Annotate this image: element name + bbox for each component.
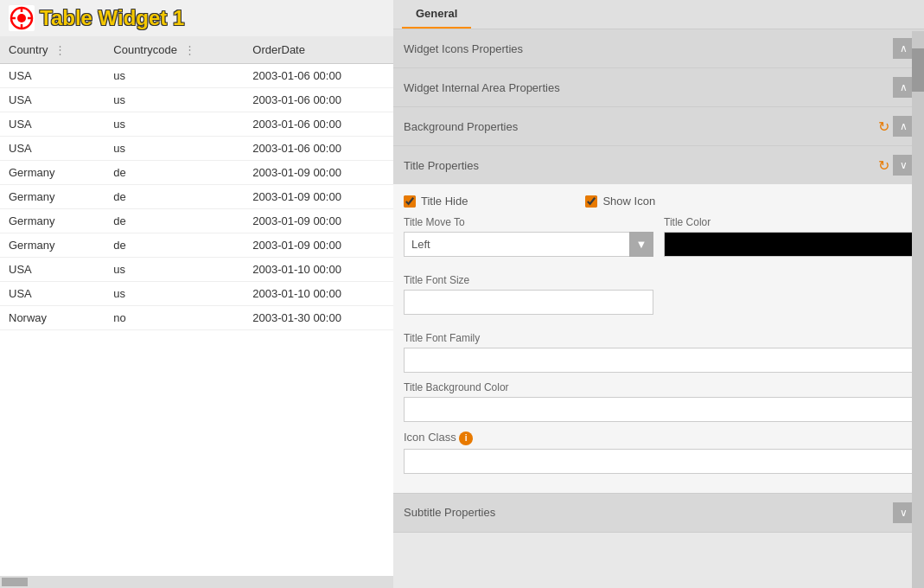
table-row: USA us 2003-01-06 00:00 bbox=[0, 64, 393, 88]
right-scrollbar[interactable] bbox=[912, 31, 924, 588]
cell-country: Germany bbox=[0, 161, 105, 185]
show-icon-checkbox[interactable] bbox=[585, 195, 597, 208]
title-hide-checkbox[interactable] bbox=[404, 195, 416, 208]
title-hide-show-row: Title Hide Show Icon bbox=[404, 195, 914, 208]
title-move-to-label: Title Move To bbox=[404, 216, 653, 228]
cell-orderdate: 2003-01-06 00:00 bbox=[244, 64, 393, 88]
cell-countrycode: us bbox=[105, 112, 244, 137]
right-panel: General Widget Icons Properties ∧ Widget… bbox=[393, 0, 924, 588]
title-color-group: Title Color #000000 bbox=[664, 216, 914, 257]
cell-country: USA bbox=[0, 64, 105, 88]
accordion-title-background: Background Properties bbox=[404, 120, 518, 133]
title-font-weight-group bbox=[664, 274, 914, 315]
refresh-button-background[interactable]: ↻ bbox=[878, 118, 889, 135]
table-row: USA us 2003-01-06 00:00 bbox=[0, 112, 393, 137]
cell-orderdate: 2003-01-06 00:00 bbox=[244, 112, 393, 137]
cell-countrycode: us bbox=[105, 258, 244, 282]
cell-country: Germany bbox=[0, 233, 105, 258]
col-header-countrycode: Countrycode ⋮ bbox=[105, 36, 244, 64]
cell-country: Norway bbox=[0, 306, 105, 330]
col-menu-countrycode[interactable]: ⋮ bbox=[184, 43, 195, 56]
accordion-header-subtitle[interactable]: Subtitle Properties ∨ bbox=[393, 494, 924, 532]
accordion-header-title[interactable]: Title Properties ↻ ∨ bbox=[393, 146, 924, 184]
left-panel: Table Widget 1 Country ⋮ Countrycode ⋮ O… bbox=[0, 0, 393, 588]
icon-class-input[interactable]: icon-siren bbox=[404, 449, 914, 474]
cell-countrycode: de bbox=[105, 209, 244, 233]
table-row: Germany de 2003-01-09 00:00 bbox=[0, 233, 393, 258]
accordion-expand-title[interactable]: ∨ bbox=[893, 155, 914, 176]
title-hide-label: Title Hide bbox=[421, 195, 468, 208]
svg-point-2 bbox=[17, 14, 26, 22]
title-color-input[interactable]: #000000 bbox=[664, 232, 914, 257]
cell-orderdate: 2003-01-09 00:00 bbox=[244, 233, 393, 258]
cell-countrycode: de bbox=[105, 185, 244, 209]
accordion-header-background[interactable]: Background Properties ↻ ∧ bbox=[393, 107, 924, 145]
refresh-button-title[interactable]: ↻ bbox=[878, 157, 889, 174]
accordion-title: Title Properties ↻ ∨ Title Hide Show I bbox=[393, 146, 924, 494]
accordion-controls-subtitle: ∨ bbox=[893, 502, 914, 523]
icon-class-info-icon[interactable]: i bbox=[459, 431, 473, 445]
icon-class-label: Icon Class i bbox=[404, 431, 914, 445]
tab-general[interactable]: General bbox=[402, 0, 471, 29]
cell-countrycode: no bbox=[105, 306, 244, 330]
table-row: Germany de 2003-01-09 00:00 bbox=[0, 209, 393, 233]
cell-countrycode: us bbox=[105, 282, 244, 306]
accordion-title-widget-icons: Widget Icons Properties bbox=[404, 42, 523, 55]
widget-title-text: Table Widget 1 bbox=[40, 6, 184, 30]
cell-country: USA bbox=[0, 282, 105, 306]
cell-countrycode: us bbox=[105, 64, 244, 88]
tabs-bar: General bbox=[393, 0, 924, 29]
title-bg-color-group: Title Background Color transparent bbox=[404, 381, 914, 422]
accordion-header-widget-icons[interactable]: Widget Icons Properties ∧ bbox=[393, 29, 924, 67]
icon-class-group: Icon Class i icon-siren bbox=[404, 431, 914, 474]
accordion-title-widget-internal: Widget Internal Area Properties bbox=[404, 81, 560, 94]
scrollbar-thumb-h[interactable] bbox=[2, 578, 28, 586]
settings-scroll-area[interactable]: Widget Icons Properties ∧ Widget Interna… bbox=[393, 29, 924, 588]
cell-country: USA bbox=[0, 258, 105, 282]
accordion-collapse-background[interactable]: ∧ bbox=[893, 116, 914, 137]
cell-orderdate: 2003-01-06 00:00 bbox=[244, 137, 393, 161]
accordion-controls-title: ↻ ∨ bbox=[878, 155, 914, 176]
cell-orderdate: 2003-01-30 00:00 bbox=[244, 306, 393, 330]
accordion-expand-subtitle[interactable]: ∨ bbox=[893, 502, 914, 523]
title-bg-color-input[interactable]: transparent bbox=[404, 397, 914, 422]
table-row: USA us 2003-01-10 00:00 bbox=[0, 282, 393, 306]
title-move-to-select[interactable]: Left Right Center bbox=[404, 232, 653, 257]
cell-orderdate: 2003-01-10 00:00 bbox=[244, 258, 393, 282]
title-hide-checkbox-label[interactable]: Title Hide bbox=[404, 195, 468, 208]
title-move-to-select-wrapper: Left Right Center ▼ bbox=[404, 232, 653, 257]
accordion-title-subtitle: Subtitle Properties bbox=[404, 506, 495, 519]
col-header-country: Country ⋮ bbox=[0, 36, 105, 64]
title-font-family-group: Title Font Family Times New Roman bbox=[404, 332, 914, 373]
title-font-size-group: Title Font Size 26 bbox=[404, 274, 653, 315]
right-scrollbar-thumb[interactable] bbox=[912, 48, 924, 92]
accordion-controls-widget-internal: ∧ bbox=[893, 77, 914, 98]
horizontal-scrollbar[interactable] bbox=[0, 576, 393, 588]
cell-orderdate: 2003-01-10 00:00 bbox=[244, 282, 393, 306]
accordion-subtitle: Subtitle Properties ∨ bbox=[393, 494, 924, 533]
cell-country: USA bbox=[0, 112, 105, 137]
cell-countrycode: de bbox=[105, 233, 244, 258]
title-font-size-input[interactable]: 26 bbox=[404, 290, 653, 315]
accordion-collapse-widget-icons[interactable]: ∧ bbox=[893, 38, 914, 59]
table-row: USA us 2003-01-06 00:00 bbox=[0, 137, 393, 161]
table-row: USA us 2003-01-06 00:00 bbox=[0, 88, 393, 112]
accordion-header-widget-internal[interactable]: Widget Internal Area Properties ∧ bbox=[393, 68, 924, 106]
table-row: Germany de 2003-01-09 00:00 bbox=[0, 161, 393, 185]
accordion-collapse-widget-internal[interactable]: ∧ bbox=[893, 77, 914, 98]
title-color-input-wrapper: #000000 bbox=[664, 232, 914, 257]
cell-country: Germany bbox=[0, 209, 105, 233]
cell-orderdate: 2003-01-09 00:00 bbox=[244, 209, 393, 233]
widget-icon bbox=[9, 5, 35, 31]
accordion-controls-background: ↻ ∧ bbox=[878, 116, 914, 137]
title-properties-body: Title Hide Show Icon Title Move To Left bbox=[393, 184, 924, 493]
cell-countrycode: us bbox=[105, 88, 244, 112]
show-icon-checkbox-label[interactable]: Show Icon bbox=[585, 195, 655, 208]
title-font-family-input[interactable]: Times New Roman bbox=[404, 348, 914, 373]
accordion-widget-internal: Widget Internal Area Properties ∧ bbox=[393, 68, 924, 107]
title-font-size-weight-row: Title Font Size 26 bbox=[404, 274, 914, 323]
data-table: Country ⋮ Countrycode ⋮ OrderDate USA us… bbox=[0, 36, 393, 330]
table-container[interactable]: Country ⋮ Countrycode ⋮ OrderDate USA us… bbox=[0, 36, 393, 576]
title-font-size-label: Title Font Size bbox=[404, 274, 653, 286]
col-menu-country[interactable]: ⋮ bbox=[54, 43, 66, 56]
